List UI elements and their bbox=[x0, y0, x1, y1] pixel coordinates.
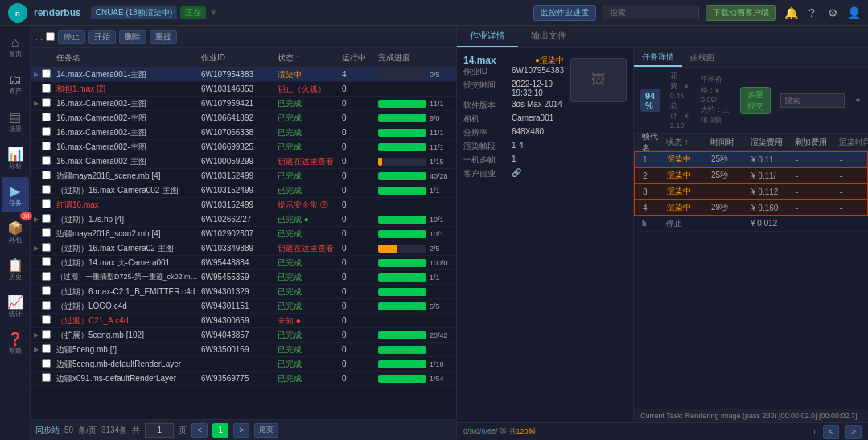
row-running: 0 bbox=[340, 84, 376, 93]
task-tab-curve[interactable]: 曲线图 bbox=[682, 48, 722, 67]
row-progress: 1/54 bbox=[376, 375, 453, 383]
table-row[interactable]: ▶ （过期）1./s.hp [4] 6W102662/27 已完成 ● 0 10… bbox=[31, 212, 456, 227]
row-status: 已完成 bbox=[276, 330, 340, 341]
table-row[interactable]: （过期）一重插型D725-第一重迹_ck02.max-主图 6W95455359… bbox=[31, 270, 456, 285]
table-row[interactable]: （过期）LOGO.c4d 6W94301151 已完成 0 5/5 bbox=[31, 299, 456, 314]
sidebar-item-packages[interactable]: 📦 外包 38 bbox=[2, 214, 29, 249]
task-current-bar: Current Task: Rendering image (pass 230)… bbox=[634, 409, 868, 422]
user-icon[interactable]: 👤 bbox=[845, 5, 862, 21]
status-next-btn[interactable]: > bbox=[845, 425, 862, 439]
home-icon: ⌂ bbox=[11, 35, 19, 50]
row-checkbox[interactable] bbox=[42, 84, 55, 94]
expand-icon[interactable]: ▶ bbox=[34, 71, 42, 78]
table-row[interactable]: （过渡）C21_A.c4d 6W94300659 未知 ● 0 bbox=[31, 314, 456, 328]
table-row[interactable]: （过期）16.max-Camera002-主图 6W103152499 已完成 … bbox=[31, 183, 456, 198]
tab-output-files[interactable]: 输出文件 bbox=[518, 26, 579, 47]
status-prev-btn[interactable]: < bbox=[823, 425, 839, 439]
table-row[interactable]: 和担1.max [2] 6W103146853 钥止（火狐） 0 bbox=[31, 82, 456, 97]
page-1-button[interactable]: 1 bbox=[212, 423, 228, 438]
stat-avg-label: 平均价格：¥ 0.09/ bbox=[701, 75, 730, 104]
row-status: 钥匙在这里查看 bbox=[276, 156, 340, 167]
table-row[interactable]: ▶ 14.max-Camera001-主图 6W107954383 渲染中 4 … bbox=[31, 68, 456, 82]
monitor-button[interactable]: 监控作业进度 bbox=[533, 5, 596, 21]
right-tab-bar: 作业详情 输出文件 bbox=[457, 26, 868, 48]
history-icon: 📋 bbox=[7, 257, 23, 273]
delete-button[interactable]: 删除 bbox=[119, 30, 146, 44]
sidebar-item-help[interactable]: ❓ 帮助 bbox=[2, 325, 29, 360]
next-page-button[interactable]: > bbox=[233, 423, 249, 438]
table-row[interactable]: ▶ 边疆5ceng.mb [/] 6W93500169 已完成 0 bbox=[31, 343, 456, 357]
table-row[interactable]: 16.max-Camera002-主图 6W107066338 已完成 0 11… bbox=[31, 125, 456, 140]
detail-label-frames: 渲染帧段 bbox=[463, 141, 512, 152]
select-all-checkbox[interactable] bbox=[46, 32, 55, 41]
expand-icon: ▶ bbox=[34, 100, 42, 107]
table-row[interactable]: 边疆x091.ms-defaultRenderLayer 6W93569775 … bbox=[31, 372, 456, 386]
status-page: 1 bbox=[812, 428, 817, 436]
resubmit-button[interactable]: 重提 bbox=[150, 30, 177, 44]
row-progress bbox=[376, 288, 453, 296]
table-row[interactable]: ▶ （扩展）5ceng.mb [102] 6W94043857 已完成 0 20… bbox=[31, 328, 456, 343]
table-row[interactable]: （过期）14.max 大-Camera001 6W95448884 已完成 0 … bbox=[31, 256, 456, 270]
settings-icon[interactable]: ⚙ bbox=[825, 5, 841, 21]
frame-search-icon: ▼ bbox=[854, 97, 862, 105]
page-number-input[interactable] bbox=[145, 423, 174, 438]
sidebar-item-home[interactable]: ⌂ 首页 bbox=[2, 29, 29, 64]
page-of: 页 bbox=[179, 425, 187, 436]
frame-render-cost: ¥ 0.112 bbox=[748, 187, 792, 196]
sidebar: ⌂ 首页 🗂 资产 ▤ 场景 📊 分析 ▶ 任务 📦 外包 38 📋 历史 bbox=[0, 26, 31, 440]
renderbus-logo-icon: R bbox=[6, 2, 29, 24]
task-tab-detail[interactable]: 任务详情 bbox=[634, 48, 682, 67]
row-id: 6W100059299 bbox=[200, 157, 276, 166]
sidebar-item-analysis[interactable]: 📊 分析 bbox=[2, 140, 29, 175]
prev-page-button[interactable]: < bbox=[191, 423, 208, 438]
table-row[interactable]: 边疆maya2018_scon2.mb [4] 6W102902607 已完成 … bbox=[31, 227, 456, 241]
table-row[interactable]: 16.max-Camera002-主图 6W100059299 钥匙在这里查看 … bbox=[31, 154, 456, 169]
start-button[interactable]: 开始 bbox=[88, 30, 116, 44]
frame-row[interactable]: 2 渲染中 25秒 ¥ 0.11/ - - 1分45秒 2022-12-19 1… bbox=[634, 167, 868, 183]
row-progress: 2/5 bbox=[376, 245, 453, 253]
toolbar-dots[interactable]: ... bbox=[35, 32, 43, 42]
table-row[interactable]: 16.max-Camera002-主图 6W106641892 已完成 0 9/… bbox=[31, 111, 456, 125]
sidebar-item-assets[interactable]: 🗂 资产 bbox=[2, 66, 29, 101]
notification-icon[interactable]: 🔔 bbox=[783, 5, 799, 21]
detail-value-res: 648X480 bbox=[512, 127, 544, 138]
last-page-button[interactable]: 尾页 bbox=[254, 423, 278, 438]
frame-search-input[interactable] bbox=[780, 93, 845, 108]
sidebar-item-scenes[interactable]: ▤ 场景 bbox=[2, 103, 29, 138]
stat-cost-label: 花费：¥ 0.45 bbox=[670, 71, 691, 100]
fth-add-cost: 剩加费用 bbox=[792, 137, 836, 148]
frame-render-time: - bbox=[837, 187, 868, 196]
stop-button[interactable]: 停止 bbox=[58, 30, 85, 44]
sidebar-item-history[interactable]: 📋 历史 bbox=[2, 251, 29, 286]
sidebar-item-jobs[interactable]: ▶ 任务 bbox=[2, 177, 29, 212]
frame-row[interactable]: 1 渲染中 25秒 ¥ 0.11 - - 1分15秒 2022-12-19 19… bbox=[634, 151, 868, 167]
frame-row[interactable]: 4 渲染中 29秒 ¥ 0.160 - - 1分37秒 2022-12-19 1… bbox=[634, 199, 868, 216]
help-icon[interactable]: ? bbox=[804, 5, 820, 21]
row-checkbox[interactable] bbox=[42, 69, 55, 80]
breadcrumb-tag: CNUAE (18帧渲染中) bbox=[91, 6, 178, 19]
frame-row[interactable]: 3 渲染中 ¥ 0.112 - - 1分49秒 2022-12-19 19:57… bbox=[634, 183, 868, 199]
frame-row[interactable]: 5 停止 ¥ 0.012 - - 1秒 2022-12-19 19:54:07 … bbox=[634, 216, 868, 232]
top-search-input[interactable] bbox=[603, 6, 699, 19]
table-row[interactable]: 边疆maya2018_scene.mb [4] 6W103152499 已完成 … bbox=[31, 169, 456, 183]
table-row[interactable]: ▶ （过期）16.max-Camera02-主图 6W103349889 钥匙在… bbox=[31, 241, 456, 256]
row-id: 6W93569775 bbox=[200, 374, 276, 383]
tab-job-detail[interactable]: 作业详情 bbox=[457, 26, 518, 47]
resubmit-multi-button[interactable]: 多重提交 bbox=[740, 87, 771, 114]
table-row[interactable]: ▶ 16.max-Camera002-主图 6W107959421 已完成 0 … bbox=[31, 97, 456, 111]
frame-time: 25秒 bbox=[708, 170, 748, 181]
table-row[interactable]: 16.max-Camera002-主图 6W106699325 已完成 0 11… bbox=[31, 140, 456, 154]
table-row[interactable]: 边疆5ceng.mb-defaultRenderLayer 已完成 0 1/10 bbox=[31, 357, 456, 372]
row-running: 0 bbox=[340, 229, 376, 238]
download-button[interactable]: 下载动画客户端 bbox=[706, 5, 776, 21]
sidebar-label-packages: 外包 bbox=[9, 237, 22, 244]
sidebar-item-stats[interactable]: 📈 统计 bbox=[2, 288, 29, 323]
table-row[interactable]: 红调16.max 6W103152499 提示安全常 ② 0 bbox=[31, 198, 456, 212]
row-status: 已完成 bbox=[276, 272, 340, 283]
row-name: 红调16.max bbox=[55, 199, 200, 211]
detail-value-frames: 1-4 bbox=[512, 141, 523, 152]
row-id: 6W106699325 bbox=[200, 142, 276, 151]
table-row[interactable]: （过期）6.max-C2.1_B_EMITTER.c4d 6W94301329 … bbox=[31, 285, 456, 299]
row-status: 已完成 bbox=[276, 228, 340, 240]
row-name: 14.max-Camera001-主图 bbox=[55, 69, 200, 80]
